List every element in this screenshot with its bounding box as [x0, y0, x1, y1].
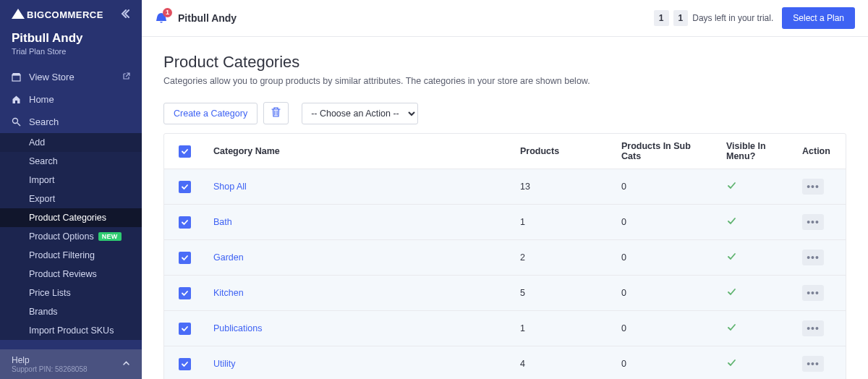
subnav-label: Search [29, 156, 58, 166]
row-actions-button[interactable]: ••• [802, 214, 824, 230]
more-dots-icon: ••• [807, 181, 820, 192]
subcats-count-cell: 0 [613, 205, 718, 240]
subnav-add[interactable]: Add [0, 133, 142, 152]
header-checkbox-cell [164, 134, 205, 169]
category-link[interactable]: Bath [213, 217, 232, 227]
collapse-sidebar-button[interactable] [120, 9, 130, 21]
page-description: Categories allow you to group products b… [163, 76, 846, 86]
visible-check-icon [726, 360, 737, 370]
row-checkbox[interactable] [179, 287, 191, 299]
subnav-label: Import Product SKUs [29, 325, 114, 336]
visible-check-icon [726, 183, 737, 193]
logo[interactable]: BIGCOMMERCE [12, 9, 103, 21]
header-products: Products [511, 134, 613, 169]
nav-view-store[interactable]: View Store [0, 66, 142, 88]
trial-text: Days left in your trial. [692, 13, 773, 23]
table-row: Utility40••• [164, 346, 846, 380]
external-link-icon [122, 72, 130, 82]
products-count-cell: 2 [511, 240, 613, 276]
subnav-label: Product Reviews [29, 269, 97, 279]
subnav-export[interactable]: Export [0, 190, 142, 208]
store-plan: Trial Plan Store [12, 47, 130, 56]
header-subcats: Products In Sub Cats [613, 134, 718, 169]
visible-cell [718, 169, 793, 205]
check-icon [181, 254, 189, 262]
check-icon [181, 360, 189, 368]
category-link[interactable]: Shop All [213, 182, 247, 192]
subnav-import[interactable]: Import [0, 171, 142, 190]
row-actions-button[interactable]: ••• [802, 179, 824, 195]
trash-icon [271, 107, 281, 117]
chevron-up-icon [122, 359, 130, 369]
subnav-import-skus[interactable]: Import Product SKUs [0, 321, 142, 340]
visible-check-icon [726, 325, 737, 335]
logo-text-bold: BIG [27, 9, 45, 20]
check-icon [181, 148, 189, 156]
svg-rect-0 [12, 75, 20, 81]
table-row: Shop All130••• [164, 169, 846, 205]
page-title: Product Categories [163, 53, 846, 72]
topbar-right: 1 1 Days left in your trial. Select a Pl… [654, 7, 855, 29]
subnav-label: Product Options [29, 231, 94, 242]
row-checkbox[interactable] [179, 358, 191, 370]
category-link[interactable]: Publications [213, 323, 262, 333]
subcats-count-cell: 0 [613, 240, 718, 276]
row-checkbox[interactable] [179, 216, 191, 229]
category-name-cell: Publications [205, 311, 511, 346]
subnav-label: Product Categories [29, 213, 106, 223]
svg-line-2 [17, 123, 20, 126]
subnav-product-filtering[interactable]: Product Filtering [0, 246, 142, 265]
subnav-label: Price Lists [29, 288, 71, 298]
help-label: Help [12, 355, 88, 365]
subnav-product-categories[interactable]: Product Categories [0, 208, 142, 227]
subnav-search[interactable]: Search [0, 152, 142, 171]
subcats-count-cell: 0 [613, 276, 718, 311]
row-checkbox-cell [164, 276, 205, 311]
row-actions-button[interactable]: ••• [802, 356, 824, 372]
choose-action-select[interactable]: -- Choose an Action -- [302, 103, 418, 124]
delete-button[interactable] [263, 102, 289, 124]
table-row: Garden20••• [164, 240, 846, 276]
notification-count-badge: 1 [163, 8, 172, 17]
nav-label: Search [29, 116, 130, 127]
row-actions-button[interactable]: ••• [802, 320, 824, 336]
more-dots-icon: ••• [807, 287, 820, 299]
more-dots-icon: ••• [807, 358, 820, 370]
trial-digit: 1 [673, 10, 689, 26]
notifications-button[interactable]: 1 [155, 11, 168, 26]
products-count-cell: 5 [511, 276, 613, 311]
store-info: Pitbull Andy Trial Plan Store [0, 31, 142, 66]
products-count-cell: 1 [511, 205, 613, 240]
nav-home[interactable]: Home [0, 88, 142, 111]
row-checkbox-cell [164, 311, 205, 346]
content: Product Categories Categories allow you … [142, 37, 868, 379]
row-checkbox[interactable] [179, 323, 191, 335]
subnav-label: Product Filtering [29, 250, 95, 260]
row-actions-button[interactable]: ••• [802, 285, 824, 301]
header-visible: Visible In Menu? [718, 134, 793, 169]
category-link[interactable]: Utility [213, 359, 236, 369]
visible-check-icon [726, 289, 737, 299]
select-plan-button[interactable]: Select a Plan [782, 7, 855, 29]
trial-info: 1 1 Days left in your trial. [654, 10, 773, 26]
subnav-product-options[interactable]: Product Options NEW [0, 227, 142, 246]
subnav-label: Import [29, 175, 54, 185]
create-category-button[interactable]: Create a Category [163, 103, 258, 124]
svg-point-1 [13, 119, 18, 124]
visible-check-icon [726, 254, 737, 264]
select-all-checkbox[interactable] [179, 145, 191, 158]
category-link[interactable]: Kitchen [213, 288, 244, 298]
subnav-price-lists[interactable]: Price Lists [0, 284, 142, 302]
category-link[interactable]: Garden [213, 252, 244, 263]
row-checkbox-cell [164, 169, 205, 205]
sidebar: BIGCOMMERCE Pitbull Andy Trial Plan Stor… [0, 0, 142, 379]
subnav-brands[interactable]: Brands [0, 302, 142, 321]
sidebar-footer[interactable]: Help Support PIN: 58268058 [0, 349, 142, 379]
nav-search[interactable]: Search [0, 111, 142, 133]
row-actions-button[interactable]: ••• [802, 250, 824, 265]
row-checkbox[interactable] [179, 252, 191, 264]
category-name-cell: Utility [205, 346, 511, 380]
subnav-product-reviews[interactable]: Product Reviews [0, 265, 142, 284]
row-checkbox[interactable] [179, 181, 191, 193]
toolbar: Create a Category -- Choose an Action -- [163, 102, 846, 124]
